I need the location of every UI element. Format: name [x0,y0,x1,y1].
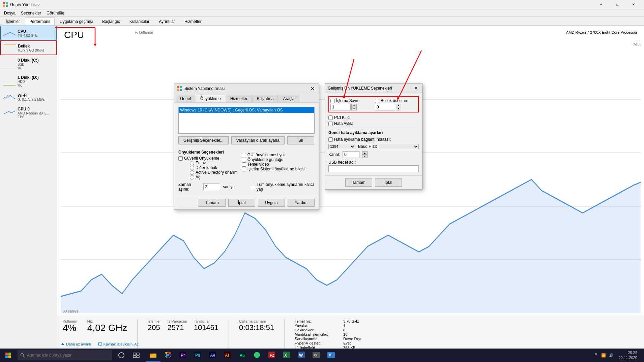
taskbar-app-word[interactable]: W [294,349,309,362]
taskbar-app-chrome[interactable] [160,349,175,362]
tab-ayrintilar[interactable]: Ayrıntılar [154,18,179,25]
btn-tamam[interactable]: Tamam [199,199,226,207]
kaynak-izleyicisi-link[interactable]: Kaynak İzleyicisini Aç [98,342,139,346]
dialog-gelismis-close[interactable]: ✕ [413,85,419,92]
taskbar-search-input[interactable] [27,353,109,358]
start-button[interactable] [0,349,16,362]
sidebar-item-wifi-info: Wi-Fi G: 0,1 A: 9,2 Mb/sn [18,93,54,101]
dialog-sistem-close[interactable]: ✕ [309,85,316,92]
chk-gunluk[interactable]: Önyükleme günlüğü [242,157,305,162]
tab-bar: İşlemler Performans Uygulama geçmişi Baş… [0,17,644,26]
sidebar-item-cpu[interactable]: CPU 4% 4,02 GHz [0,26,57,40]
hata-baglanti-checkbox[interactable] [328,137,333,142]
kanal-down[interactable]: ▼ [362,155,368,158]
chk-tum[interactable]: Tüm önyükleme ayarlarını kalıcı yap [251,182,315,192]
radio-en-az[interactable]: En az [190,161,238,165]
chk-video[interactable]: Temel video [242,162,305,167]
btn-yardim[interactable]: Yardım [288,199,315,207]
zaman-input[interactable] [203,184,220,190]
islemler-value: 205 [148,323,161,332]
bellek-input[interactable] [375,104,395,110]
hata-baglanti-chk-label[interactable]: Hata ayıklama bağlantı noktası: [328,137,391,142]
dialog-tab-hizmetler[interactable]: Hizmetler [226,95,252,102]
dialog-tab-baslatma[interactable]: Başlatma [252,95,278,102]
sidebar-item-gpu[interactable]: GPU 0 AMD Radeon RX 5...21% [0,104,57,121]
islemo-checkbox[interactable] [330,99,335,103]
dialog-tab-onyukleme[interactable]: Önyükleme [196,95,225,102]
tab-performans[interactable]: Performans [25,18,55,25]
menu-dosya[interactable]: Dosya [1,10,18,16]
hata-aykla-label[interactable]: Hata Aykla [328,121,419,126]
sidebar-item-disk1[interactable]: 1 Diski (D:) HDD%0 [0,73,57,90]
task-view-icon[interactable] [129,349,143,362]
sidebar-item-disk0-info: 0 Diski (C:) SSD%0 [18,58,54,70]
minimize-button[interactable]: − [593,0,609,9]
taskbar-app-ae[interactable]: Ae [205,349,220,362]
radio-ad[interactable]: Active Directory onarım [190,170,238,175]
menu-secenekler[interactable]: Seçenekler [18,10,44,16]
gelismis-secenekler-button[interactable]: Gelişmiş Seçenekler... [178,136,229,144]
kanal-input[interactable] [343,151,359,158]
sidebar-item-wifi[interactable]: Wi-Fi G: 0,1 A: 9,2 Mb/sn [0,90,57,104]
radio-ag[interactable]: Ağ [190,175,238,179]
dialog-tab-araclar[interactable]: Araçlar [279,95,300,102]
pci-checkbox[interactable] [328,116,333,120]
pci-kilit-label[interactable]: PCI Kilidi [328,115,419,120]
gelismis-tamam-btn[interactable]: Tamam [345,178,372,187]
taskbar-app-photoshop[interactable]: Ps [190,349,205,362]
sidebar-item-disk0[interactable]: 0 Diski (C:) SSD%0 [0,56,57,72]
usb-input[interactable] [328,165,419,172]
btn-iptal[interactable]: İptal [228,199,255,207]
usb-section: USB hedef adı: [328,160,419,172]
baud-select[interactable] [380,144,419,149]
taskbar-app-audition[interactable]: Au [235,349,250,362]
taskbar-app-premiere[interactable]: Pr [175,349,190,362]
chk-os-bilgi[interactable]: İşletim Sistemi önyükleme bilgisi [242,167,305,171]
taskbar-app-excel[interactable]: X [279,349,294,362]
bellek-checkbox[interactable] [375,99,379,103]
chk-guvenli[interactable]: Güvenli Önyükleme [178,156,238,161]
sidebar-item-cpu-info: CPU 4% 4,02 GHz [18,29,54,37]
taskbar-app-filezilla[interactable]: FZ [264,349,279,362]
bellek-spinners: ▲ ▼ [396,104,401,110]
taskbar-app-misc2[interactable]: IE [324,349,339,362]
islemo-group: İşlemo Sayısı: ▲ ▼ [330,98,372,110]
tab-baslangic[interactable]: Başlangıç [98,18,124,25]
islemo-input[interactable] [330,104,351,110]
monitor-icon [98,342,102,346]
bellek-up[interactable]: ▲ [396,104,401,107]
cortana-icon[interactable] [115,349,128,362]
tab-uygulama[interactable]: Uygulama geçmişi [55,18,97,25]
taskbar-app-misc1[interactable]: ⚙ [309,349,324,362]
varsayilan-ayarla-button[interactable]: Varsayılan olarak ayarla [231,136,285,144]
is-parcacigi-value: 2571 [168,323,187,332]
tab-hizmetler[interactable]: Hizmetler [180,18,206,25]
os-list-item[interactable]: Windows 10 (C:\WINDOWS) ; Geçerli OS; Va… [179,107,314,113]
taskbar-app-explorer[interactable] [146,349,160,362]
menu-goruntule[interactable]: Görüntüle [44,10,67,16]
kanal-up[interactable]: ▲ [362,151,368,155]
sil-button[interactable]: Sil [287,136,314,144]
daha-az-ayrintilar-link[interactable]: Daha az ayrıntı [61,342,91,346]
taskbar-search-box[interactable] [18,350,112,360]
close-button[interactable]: ✕ [626,0,641,9]
radio-diger[interactable]: Diğer kabuk [190,165,238,170]
islemo-up[interactable]: ▲ [351,104,357,107]
sidebar-item-bellek[interactable]: Bellek 6,8/7,9 GB (86%) [0,40,57,55]
taskbar-app-ai[interactable]: Ai [220,349,235,362]
islemo-down[interactable]: ▼ [351,107,357,110]
btn-uygula[interactable]: Uygula [258,199,285,207]
gelismis-iptal-btn[interactable]: İptal [375,178,402,187]
chk-guvenli-input[interactable] [178,156,183,161]
tray-expand[interactable]: ^ [593,352,598,359]
taskbar-app-green[interactable] [250,349,264,362]
hata-checkbox[interactable] [328,122,333,126]
dialog-tab-genel[interactable]: Genel [176,95,195,102]
chk-gui[interactable]: GUI önyüklemesi yok [242,153,305,157]
maximize-button[interactable]: □ [610,0,625,9]
bellek-down[interactable]: ▼ [396,107,401,110]
tab-islemler[interactable]: İşlemler [1,18,24,25]
os-list[interactable]: Windows 10 (C:\WINDOWS) ; Geçerli OS; Va… [178,107,315,134]
hata-select[interactable]: 1394 [328,144,355,149]
tab-kullanicilar[interactable]: Kullanıcılar [125,18,154,25]
